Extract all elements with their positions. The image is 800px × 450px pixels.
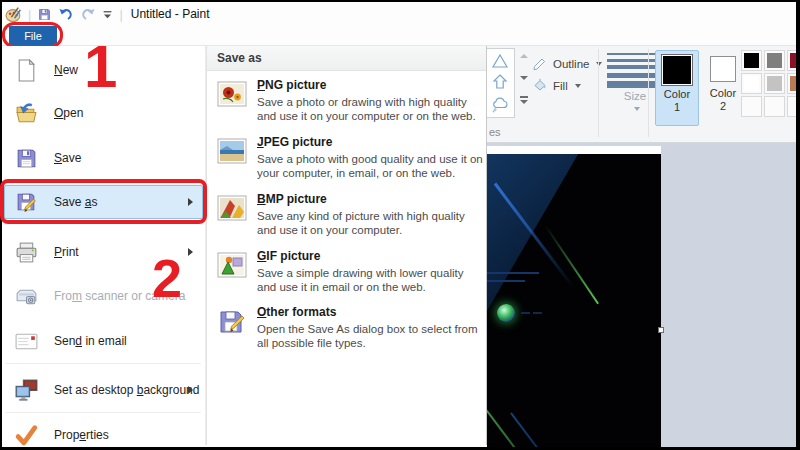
menu-item-send-in-email[interactable]: Send in email	[8, 325, 201, 357]
submenu-item-bmp[interactable]: BMP picture Save any kind of picture wit…	[207, 190, 486, 247]
fill-bucket-icon	[532, 77, 548, 95]
color1-button[interactable]: Color 1	[655, 50, 699, 126]
color2-button[interactable]: Color 2	[703, 50, 743, 126]
jpeg-picture-icon	[217, 136, 247, 166]
scroll-up-icon[interactable]	[520, 54, 528, 58]
customize-toolbar-dropdown-icon[interactable]	[102, 9, 113, 20]
open-folder-icon	[14, 101, 39, 126]
divider	[6, 412, 201, 413]
redo-button[interactable]	[80, 6, 96, 22]
canvas[interactable]	[487, 146, 661, 447]
canvas-image	[487, 154, 661, 447]
menu-item-save[interactable]: Save	[8, 142, 201, 174]
divider	[6, 363, 201, 364]
fill-label: Fill	[553, 80, 568, 92]
divider	[648, 49, 649, 137]
annotation-step-2: 2	[152, 251, 180, 305]
submenu-item-title: Other formats	[257, 305, 336, 319]
menu-item-label: Open	[54, 106, 83, 120]
palette-swatch[interactable]	[741, 50, 762, 71]
menu-item-label: Print	[54, 245, 79, 259]
file-menu-panel: New Open Save Save as Print From scanner…	[2, 46, 206, 445]
submenu-item-jpeg[interactable]: JPEG picture Save a photo with good qual…	[207, 133, 486, 190]
color1-swatch	[662, 55, 692, 85]
shapes-gallery[interactable]	[487, 48, 515, 118]
menu-item-set-as-desktop-background[interactable]: Set as desktop background	[8, 374, 201, 406]
color-palette	[741, 50, 796, 117]
bmp-picture-icon	[217, 193, 247, 223]
submenu-item-title: JPEG picture	[257, 135, 332, 149]
submenu-item-gif[interactable]: GIF picture Save a simple drawing with l…	[207, 247, 486, 304]
checkmark-icon	[14, 423, 39, 448]
color2-number: 2	[703, 100, 743, 113]
menu-item-label: Send in email	[54, 334, 127, 348]
thought-bubble-shape-icon[interactable]	[491, 95, 509, 113]
submenu-item-description: Save any kind of picture with high quali…	[257, 209, 483, 237]
divider: |	[28, 8, 31, 21]
submenu-item-other-formats[interactable]: Other formats Open the Save As dialog bo…	[207, 303, 486, 360]
palette-swatch[interactable]	[787, 50, 796, 71]
ribbon: Outline Fill es Size Color 1 Color 2	[487, 46, 796, 143]
paint-window: | | Untitled - Paint File Outline Fill	[0, 0, 800, 450]
email-envelope-icon	[14, 329, 39, 354]
submenu-item-description: Save a photo or drawing with high qualit…	[257, 95, 483, 123]
color1-number: 1	[656, 101, 698, 114]
save-as-submenu-panel: Save as PNG picture Save a photo or draw…	[206, 46, 487, 445]
canvas-resize-handle[interactable]	[658, 327, 664, 333]
pencil-icon	[532, 55, 548, 73]
color2-label: Color	[703, 87, 743, 100]
chevron-down-icon	[634, 107, 640, 111]
shapes-group-label: es	[489, 126, 501, 138]
palette-swatch[interactable]	[787, 73, 796, 94]
quick-access-toolbar: | | Untitled - Paint	[5, 4, 209, 24]
workspace	[487, 143, 796, 447]
triangle-shape-icon[interactable]	[491, 52, 509, 70]
palette-swatch[interactable]	[741, 73, 762, 94]
annotation-step-1: 1	[84, 37, 115, 97]
submenu-item-title: GIF picture	[257, 249, 320, 263]
palette-swatch-empty[interactable]	[764, 96, 785, 117]
scanner-camera-icon	[14, 284, 39, 309]
window-title: Untitled - Paint	[131, 7, 210, 21]
png-picture-icon	[217, 79, 247, 109]
chevron-down-icon	[575, 84, 581, 88]
outline-label: Outline	[553, 58, 589, 70]
submenu-item-description: Open the Save As dialog box to select fr…	[257, 322, 483, 350]
scroll-down-icon[interactable]	[520, 76, 528, 80]
save-floppy-icon	[14, 146, 39, 171]
up-arrow-shape-icon[interactable]	[491, 73, 509, 91]
save-button[interactable]	[37, 7, 52, 22]
submenu-item-title: PNG picture	[257, 78, 326, 92]
menu-item-label: Set as desktop background	[54, 383, 199, 397]
other-formats-icon	[217, 306, 247, 336]
desktop-monitors-icon	[14, 378, 39, 403]
palette-swatch-empty[interactable]	[787, 96, 796, 117]
palette-swatch[interactable]	[764, 50, 785, 71]
glowing-orb	[497, 304, 515, 322]
palette-swatch[interactable]	[764, 73, 785, 94]
paint-logo-icon	[5, 6, 22, 23]
submenu-item-description: Save a photo with good quality and use i…	[257, 152, 483, 180]
divider	[598, 49, 599, 137]
printer-icon	[14, 240, 39, 265]
submenu-item-title: BMP picture	[257, 192, 327, 206]
submenu-header: Save as	[207, 46, 486, 71]
annotation-rect-save-as	[0, 179, 207, 224]
menu-item-label: Properties	[54, 428, 109, 442]
gif-picture-icon	[217, 250, 247, 280]
color2-swatch	[710, 56, 736, 82]
menu-item-label: Save	[54, 151, 81, 165]
more-shapes-icon[interactable]	[520, 96, 528, 104]
menu-item-label: New	[54, 63, 78, 77]
submenu-item-png[interactable]: PNG picture Save a photo or drawing with…	[207, 76, 486, 133]
submenu-arrow-icon	[188, 248, 193, 256]
menu-item-properties[interactable]: Properties	[8, 419, 201, 450]
outline-button[interactable]: Outline	[532, 55, 602, 73]
fill-button[interactable]: Fill	[532, 77, 581, 95]
undo-button[interactable]	[58, 6, 74, 22]
color1-label: Color	[656, 88, 698, 101]
shapes-gallery-scroll[interactable]	[518, 50, 530, 104]
menu-item-open[interactable]: Open	[8, 97, 201, 129]
submenu-arrow-icon	[188, 386, 193, 394]
palette-swatch-empty[interactable]	[741, 96, 762, 117]
